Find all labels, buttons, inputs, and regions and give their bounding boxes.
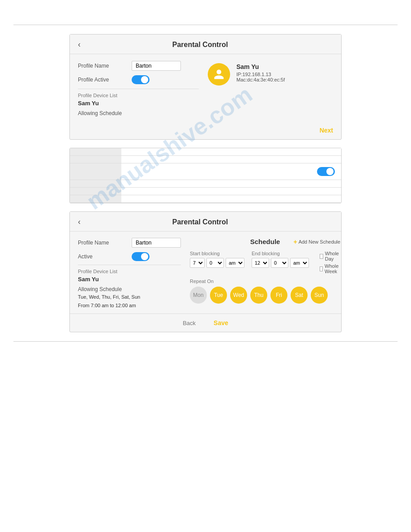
profile-name-input[interactable]: [132, 61, 181, 71]
device-ip: IP:192.168.1.13: [236, 72, 285, 77]
p3-device-list-label: Profile Device List: [78, 269, 181, 274]
settings-table: [70, 148, 341, 203]
panel3-right: Schedule + Add New Schedule Start blocki…: [190, 238, 340, 309]
device-info: Sam Yu IP:192.168.1.13 Mac:dc:4a:3e:40:e…: [236, 63, 285, 82]
table-cell-value: [121, 180, 341, 188]
p3-schedule-dates: Tue, Wed, Thu, Fri, Sat, Sun: [78, 293, 181, 301]
table-row: [70, 195, 341, 203]
panel1-body: Profile Name Profile Active Profile Devi…: [70, 54, 341, 123]
p3-device-name: Sam Yu: [78, 276, 181, 283]
p3-active-toggle[interactable]: [132, 252, 150, 261]
table-cell-value: [121, 163, 341, 180]
profile-name-label: Profile Name: [78, 63, 127, 69]
table-toggle[interactable]: [317, 167, 335, 176]
p3-active-row: Active: [78, 252, 181, 261]
day-button-wed[interactable]: Wed: [230, 287, 247, 304]
table-cell-label: [70, 163, 121, 180]
device-name-value: Sam Yu: [78, 100, 199, 107]
table-row: [70, 156, 341, 163]
day-button-tue[interactable]: Tue: [210, 287, 227, 304]
start-min-select[interactable]: 0153045: [206, 258, 224, 268]
start-ampm-select[interactable]: ampm: [226, 258, 244, 268]
device-list-label: Profile Device List: [78, 93, 199, 98]
table-cell-label: [70, 148, 121, 156]
profile-name-row: Profile Name: [78, 61, 199, 71]
panel3-header: ‹ Parental Control: [70, 212, 341, 232]
p3-active-label: Active: [78, 253, 127, 260]
whole-day-checkbox[interactable]: [320, 254, 323, 259]
panel1-right: Sam Yu IP:192.168.1.13 Mac:dc:4a:3e:40:e…: [208, 61, 333, 116]
panel1-footer: Next: [70, 123, 341, 139]
profile-active-toggle[interactable]: [132, 75, 150, 84]
toggle-thumb: [141, 253, 148, 260]
whole-week-checkbox[interactable]: [320, 266, 323, 271]
table-cell-value: [121, 188, 341, 195]
end-hour-select[interactable]: 1212: [252, 258, 269, 268]
end-blocking-group: End blocking 1212 0153045 ampm: [252, 251, 309, 268]
table-row: [70, 163, 341, 180]
p3-profile-name-label: Profile Name: [78, 240, 127, 246]
profile-active-row: Profile Active: [78, 75, 199, 84]
device-user-name: Sam Yu: [236, 63, 285, 70]
schedule-header: Schedule + Add New Schedule: [190, 238, 340, 245]
toggle-thumb: [141, 76, 148, 83]
end-blocking-label: End blocking: [252, 251, 309, 256]
person-icon: [213, 69, 225, 80]
whole-checks: Whole Day Whole Week: [320, 251, 340, 274]
table-row: [70, 180, 341, 188]
p3-schedule-time: From 7:00 am to 12:00 am: [78, 302, 181, 309]
panel-parental-control-schedule: ‹ Parental Control Profile Name Active P…: [69, 211, 342, 332]
p3-profile-name-row: Profile Name: [78, 238, 181, 248]
table-cell-label: [70, 188, 121, 195]
table-row: [70, 188, 341, 195]
repeat-on-label: Repeat On: [190, 279, 340, 284]
save-button[interactable]: Save: [214, 319, 228, 326]
add-schedule-label: Add New Schedule: [299, 239, 341, 245]
panel3-left: Profile Name Active Profile Device List …: [78, 238, 181, 309]
day-button-sun[interactable]: Sun: [311, 287, 328, 304]
panel-table: [69, 148, 342, 203]
next-button[interactable]: Next: [320, 127, 333, 134]
end-min-select[interactable]: 0153045: [271, 258, 288, 268]
start-blocking-group: Start blocking 789 0153045 ampm: [190, 251, 244, 268]
panel1-left: Profile Name Profile Active Profile Devi…: [78, 61, 199, 116]
toggle-thumb: [326, 168, 334, 175]
day-button-sat[interactable]: Sat: [291, 287, 308, 304]
toggle-right-wrap: [128, 167, 335, 176]
p3-profile-name-input[interactable]: [132, 238, 181, 248]
whole-day-check[interactable]: Whole Day: [320, 251, 340, 262]
end-blocking-inputs: 1212 0153045 ampm: [252, 258, 309, 268]
panel1-title: Parental Control: [81, 41, 320, 49]
start-blocking-inputs: 789 0153045 ampm: [190, 258, 244, 268]
schedule-title: Schedule: [250, 238, 280, 245]
schedule-time-row: Start blocking 789 0153045 ampm: [190, 251, 340, 274]
table-cell-label: [70, 195, 121, 203]
panel3-back-link[interactable]: Back: [183, 320, 196, 326]
whole-week-label: Whole Week: [325, 263, 340, 274]
table-row: [70, 148, 341, 156]
table-cell-value: [121, 156, 341, 163]
table-cell-value: [121, 148, 341, 156]
device-avatar: [208, 63, 230, 86]
whole-week-check[interactable]: Whole Week: [320, 263, 340, 274]
table-cell-label: [70, 156, 121, 163]
day-button-fri[interactable]: Fri: [270, 287, 287, 304]
panel3-body: Profile Name Active Profile Device List …: [70, 232, 341, 313]
panel1-header: ‹ Parental Control: [70, 34, 341, 54]
start-hour-select[interactable]: 789: [190, 258, 205, 268]
panel3-footer: Back Save: [70, 313, 341, 332]
add-icon: +: [293, 238, 297, 245]
profile-active-label: Profile Active: [78, 77, 127, 83]
table-cell-value: [121, 195, 341, 203]
day-button-thu[interactable]: Thu: [250, 287, 267, 304]
start-blocking-label: Start blocking: [190, 251, 244, 256]
allowing-schedule-label: Allowing Schedule: [78, 110, 199, 116]
day-buttons-group: Mon Tue Wed Thu Fri Sat Sun: [190, 287, 340, 304]
p3-allowing-label: Allowing Schedule: [78, 286, 181, 292]
table-cell-label: [70, 180, 121, 188]
panel3-title: Parental Control: [81, 218, 320, 226]
panel-parental-control-1: ‹ Parental Control Profile Name Profile …: [69, 34, 342, 140]
day-button-mon[interactable]: Mon: [190, 287, 207, 304]
add-schedule-button[interactable]: + Add New Schedule: [293, 238, 340, 245]
end-ampm-select[interactable]: ampm: [290, 258, 309, 268]
